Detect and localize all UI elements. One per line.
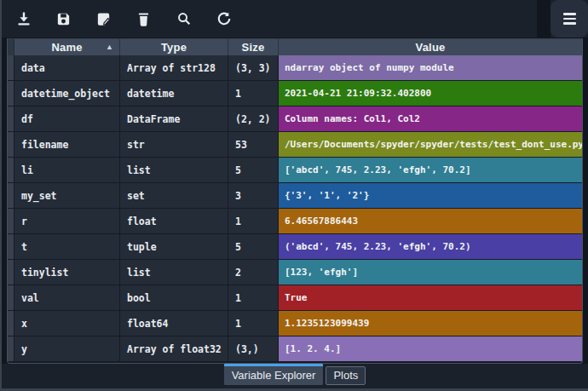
table-row: val bool 1 True: [8, 285, 582, 311]
row-header: [8, 260, 14, 285]
column-header-name-label: Name: [51, 41, 82, 54]
cell-size[interactable]: 3: [228, 183, 279, 209]
cell-type[interactable]: float64: [120, 311, 228, 336]
cell-name[interactable]: r: [14, 209, 120, 234]
cell-type[interactable]: list: [120, 260, 228, 285]
cell-name[interactable]: y: [14, 336, 120, 362]
cell-name[interactable]: t: [14, 234, 120, 260]
row-header: [8, 158, 14, 183]
cell-name[interactable]: my_set: [14, 183, 120, 209]
tab-plots[interactable]: Plots: [326, 366, 366, 385]
cell-value[interactable]: {'3', '1', '2'}: [279, 183, 582, 209]
cell-size[interactable]: 53: [228, 132, 279, 158]
cell-value[interactable]: ndarray object of numpy module: [279, 55, 582, 81]
save-data-as-button[interactable]: [84, 2, 124, 36]
toolbar-corner-notch: [537, 0, 551, 37]
cell-name[interactable]: tinylist: [14, 260, 120, 285]
row-header: [8, 311, 14, 336]
table-row: tinylist list 2 [123, 'efgh']: [8, 260, 582, 285]
cell-type[interactable]: str: [120, 132, 228, 158]
cell-value[interactable]: ['abcd', 745, 2.23, 'efgh', 70.2]: [279, 158, 582, 183]
cell-value[interactable]: 1.1235123099439: [279, 311, 582, 336]
cell-type[interactable]: float: [120, 209, 228, 234]
table-row: x float64 1 1.1235123099439: [8, 311, 582, 336]
cell-type[interactable]: Array of str128: [120, 55, 228, 81]
cell-size[interactable]: 2: [228, 260, 279, 285]
table-row: r float 1 6.46567886443: [8, 209, 582, 234]
cell-value[interactable]: 2021-04-21 21:09:32.402800: [279, 81, 582, 106]
save-data-button[interactable]: [43, 2, 84, 36]
cell-name[interactable]: x: [14, 311, 120, 336]
cell-value[interactable]: ('abcd', 745, 2.23, 'efgh', 70.2): [279, 234, 582, 260]
row-header: [8, 132, 14, 158]
cell-size[interactable]: (2, 2): [228, 106, 279, 132]
column-header-value[interactable]: Value: [279, 39, 582, 55]
options-menu-button[interactable]: [551, 0, 588, 37]
search-icon: [176, 11, 192, 26]
column-header-value-label: Value: [416, 41, 446, 54]
cell-name[interactable]: df: [14, 106, 120, 132]
cell-value[interactable]: Column names: Col1, Col2: [279, 106, 582, 132]
cell-type[interactable]: datetime: [120, 81, 228, 106]
save-data-icon: [55, 11, 72, 27]
refresh-button[interactable]: [204, 2, 244, 36]
sort-ascending-icon: ▲: [106, 43, 113, 51]
cell-size[interactable]: (3, 3): [228, 55, 279, 81]
import-data-button[interactable]: [3, 2, 43, 36]
cell-value[interactable]: True: [279, 285, 582, 311]
table-body: data Array of str128 (3, 3) ndarray obje…: [8, 55, 582, 362]
row-header: [8, 183, 14, 209]
cell-name[interactable]: datetime_object: [14, 81, 120, 106]
cell-size[interactable]: 5: [228, 158, 279, 183]
row-header: [8, 106, 14, 132]
cell-type[interactable]: list: [120, 158, 228, 183]
table-row: df DataFrame (2, 2) Column names: Col1, …: [8, 106, 582, 132]
cell-name[interactable]: filename: [14, 132, 120, 158]
header-corner: [8, 39, 14, 55]
row-header: [8, 55, 14, 81]
row-header: [8, 209, 14, 234]
cell-value[interactable]: [1. 2. 4.]: [279, 336, 582, 362]
cell-type[interactable]: bool: [120, 285, 228, 311]
toolbar: [2, 0, 588, 37]
table-row: my_set set 3 {'3', '1', '2'}: [8, 183, 582, 209]
cell-type[interactable]: Array of float32: [120, 336, 228, 362]
tab-variable-explorer[interactable]: Variable Explorer: [224, 364, 324, 385]
cell-type[interactable]: tuple: [120, 234, 228, 260]
variables-table: Name ▲ Type Size Value data Array of str…: [7, 38, 583, 364]
column-header-size-label: Size: [242, 41, 265, 54]
cell-value[interactable]: [123, 'efgh']: [279, 260, 582, 285]
cell-type[interactable]: set: [120, 183, 228, 209]
table-row: y Array of float32 (3,) [1. 2. 4.]: [8, 336, 582, 362]
cell-size[interactable]: 5: [228, 234, 279, 260]
import-data-icon: [15, 10, 32, 27]
cell-name[interactable]: data: [14, 55, 120, 81]
column-header-type[interactable]: Type: [120, 39, 228, 55]
cell-size[interactable]: 1: [228, 81, 279, 106]
refresh-icon: [216, 11, 232, 26]
row-header: [8, 285, 14, 311]
cell-name[interactable]: li: [14, 158, 120, 183]
variable-explorer-panel: Name ▲ Type Size Value data Array of str…: [0, 0, 588, 391]
remove-variable-button[interactable]: [124, 2, 164, 36]
cell-size[interactable]: (3,): [228, 336, 279, 362]
cell-size[interactable]: 1: [228, 311, 279, 336]
table-row: li list 5 ['abcd', 745, 2.23, 'efgh', 70…: [8, 158, 582, 183]
table-header-row: Name ▲ Type Size Value: [8, 39, 582, 55]
cell-value[interactable]: /Users/Documents/spyder/spyder/tests/tes…: [279, 132, 582, 158]
cell-size[interactable]: 1: [228, 209, 279, 234]
cell-value[interactable]: 6.46567886443: [279, 209, 582, 234]
cell-type[interactable]: DataFrame: [120, 106, 228, 132]
table-row: datetime_object datetime 1 2021-04-21 21…: [8, 81, 582, 106]
column-header-type-label: Type: [161, 41, 187, 54]
search-button[interactable]: [164, 2, 204, 36]
row-header: [8, 234, 14, 260]
save-data-as-icon: [95, 11, 112, 27]
column-header-name[interactable]: Name ▲: [14, 39, 120, 55]
bottom-tab-bar: Variable Explorer Plots: [2, 364, 588, 388]
column-header-size[interactable]: Size: [228, 39, 279, 55]
cell-size[interactable]: 1: [228, 285, 279, 311]
table-row: data Array of str128 (3, 3) ndarray obje…: [8, 55, 582, 81]
trash-icon: [135, 11, 152, 27]
cell-name[interactable]: val: [14, 285, 120, 311]
